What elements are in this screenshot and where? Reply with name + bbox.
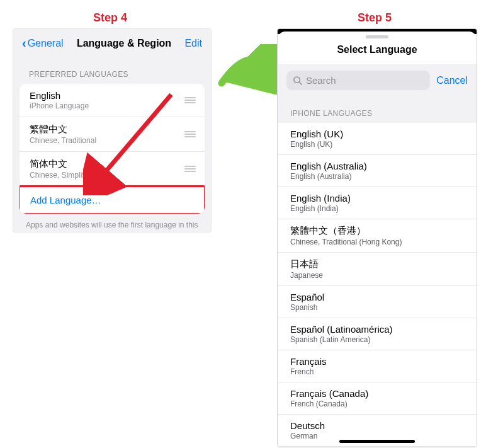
- list-item[interactable]: 繁體中文（香港）Chinese, Traditional (Hong Kong): [278, 219, 477, 253]
- chevron-left-icon: ‹: [22, 36, 26, 50]
- list-item[interactable]: English (India)English (India): [278, 187, 477, 219]
- footer-help-text: Apps and websites will use the first lan…: [13, 214, 211, 233]
- list-secondary: English (UK): [290, 140, 464, 149]
- language-row[interactable]: English iPhone Language: [20, 84, 205, 117]
- section-header-preferred: PREFERRED LANGUAGES: [13, 56, 211, 84]
- drag-handle-icon[interactable]: [184, 97, 196, 103]
- sheet-grabber-area[interactable]: [278, 32, 477, 43]
- list-item[interactable]: English (Australia)English (Australia): [278, 155, 477, 187]
- add-language-button[interactable]: Add Language…: [20, 185, 205, 214]
- list-primary: Español: [290, 292, 464, 302]
- list-primary: 日本語: [290, 258, 464, 270]
- search-row: Cancel: [278, 64, 477, 96]
- language-row[interactable]: 繁體中文 Chinese, Traditional: [20, 117, 205, 152]
- list-primary: English (India): [290, 193, 464, 204]
- list-item[interactable]: EspañolSpanish: [278, 286, 477, 318]
- step-5-label: Step 5: [358, 11, 392, 25]
- transition-arrow-icon: [217, 44, 277, 95]
- list-primary: English (UK): [290, 129, 464, 139]
- step-4-label: Step 4: [93, 11, 127, 25]
- language-region-screen: ‹ General Language & Region Edit PREFERR…: [13, 28, 212, 233]
- page-title: Language & Region: [77, 38, 171, 49]
- list-secondary: French: [290, 367, 464, 376]
- home-indicator[interactable]: [339, 440, 415, 443]
- list-item[interactable]: РусскийRussian: [278, 447, 477, 447]
- list-secondary: Spanish: [290, 303, 464, 312]
- search-input[interactable]: [306, 75, 424, 86]
- language-selection-list: English (UK)English (UK) English (Austra…: [278, 123, 477, 447]
- select-language-screen: Select Language Cancel IPHONE LANGUAGES …: [277, 28, 477, 447]
- list-secondary: Japanese: [290, 271, 464, 280]
- language-secondary: Chinese, Simplified: [30, 171, 94, 180]
- svg-line-2: [299, 82, 302, 84]
- search-icon: [293, 76, 302, 85]
- nav-bar: ‹ General Language & Region Edit: [13, 29, 211, 56]
- preferred-languages-list: English iPhone Language 繁體中文 Chinese, Tr…: [20, 84, 205, 214]
- cancel-button[interactable]: Cancel: [436, 75, 468, 86]
- language-primary: 简体中文: [30, 158, 94, 170]
- section-header-iphone-languages: IPHONE LANGUAGES: [278, 96, 477, 123]
- language-primary: English: [30, 90, 89, 101]
- list-primary: Français (Canada): [290, 388, 464, 399]
- list-item[interactable]: 日本語Japanese: [278, 253, 477, 286]
- language-row[interactable]: 简体中文 Chinese, Simplified: [20, 152, 205, 187]
- list-secondary: German: [290, 432, 464, 440]
- list-secondary: Chinese, Traditional (Hong Kong): [290, 238, 464, 246]
- list-primary: 繁體中文（香港）: [290, 225, 464, 237]
- search-field-container[interactable]: [286, 71, 430, 90]
- list-item[interactable]: English (UK)English (UK): [278, 123, 477, 155]
- list-secondary: English (India): [290, 204, 464, 213]
- list-secondary: English (Australia): [290, 172, 464, 181]
- drag-handle-icon[interactable]: [184, 131, 196, 137]
- language-secondary: Chinese, Traditional: [30, 136, 96, 145]
- sheet-title: Select Language: [278, 43, 477, 64]
- back-button[interactable]: ‹ General: [22, 36, 64, 50]
- list-secondary: French (Canada): [290, 399, 464, 408]
- back-label: General: [28, 38, 64, 49]
- language-primary: 繁體中文: [30, 123, 96, 135]
- edit-button[interactable]: Edit: [184, 38, 202, 49]
- list-secondary: Spanish (Latin America): [290, 335, 464, 344]
- list-item[interactable]: FrançaisFrench: [278, 350, 477, 382]
- list-primary: English (Australia): [290, 161, 464, 171]
- list-item[interactable]: Français (Canada)French (Canada): [278, 382, 477, 415]
- list-item[interactable]: Español (Latinoamérica)Spanish (Latin Am…: [278, 318, 477, 350]
- list-primary: Deutsch: [290, 420, 464, 431]
- list-primary: Español (Latinoamérica): [290, 324, 464, 335]
- list-primary: Français: [290, 356, 464, 367]
- grabber-icon: [366, 35, 388, 38]
- drag-handle-icon[interactable]: [184, 166, 196, 172]
- language-secondary: iPhone Language: [30, 101, 89, 110]
